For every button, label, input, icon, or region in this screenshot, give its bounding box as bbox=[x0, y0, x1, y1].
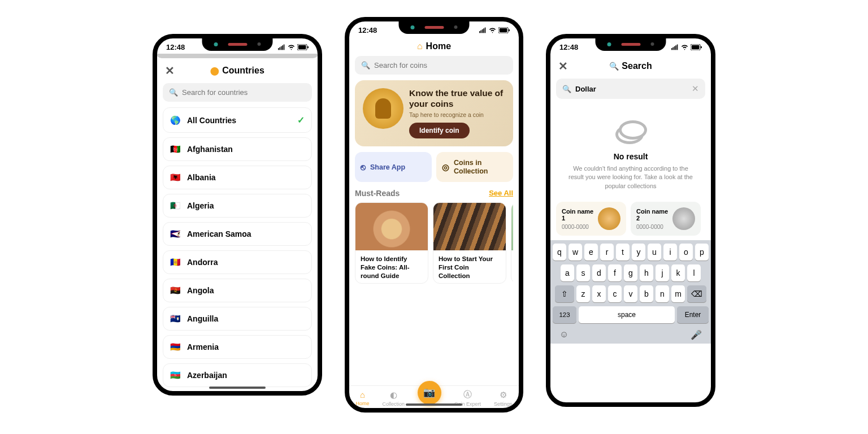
svg-rect-15 bbox=[509, 29, 510, 32]
country-search[interactable]: 🔍 bbox=[163, 83, 312, 102]
collection-card[interactable]: ◎Coins inCollection bbox=[436, 152, 513, 182]
search-field[interactable]: 🔍 ✕ bbox=[556, 79, 705, 99]
close-icon[interactable]: ✕ bbox=[165, 64, 175, 77]
key[interactable]: s bbox=[576, 264, 590, 281]
hero-card[interactable]: Know the true value of your coins Tap he… bbox=[355, 80, 513, 146]
search-input[interactable] bbox=[575, 85, 688, 93]
country-search-input[interactable] bbox=[182, 88, 306, 97]
country-name: Angola bbox=[187, 286, 214, 295]
camera-icon: 📷 bbox=[423, 387, 435, 398]
numeric-key[interactable]: 123 bbox=[553, 306, 576, 323]
svg-rect-19 bbox=[675, 45, 676, 50]
svg-rect-0 bbox=[278, 48, 279, 50]
pin-icon: ⬤ bbox=[210, 66, 219, 75]
country-item[interactable]: 🇦🇴Angola bbox=[163, 279, 312, 302]
enter-key[interactable]: Enter bbox=[677, 306, 709, 323]
shift-key[interactable]: ⇧ bbox=[555, 285, 574, 302]
article-card[interactable]: How to Start Your First Coin Collection bbox=[433, 202, 506, 284]
key[interactable]: a bbox=[561, 264, 574, 281]
svg-rect-1 bbox=[279, 47, 280, 50]
article-card[interactable]: How to Identify Fake Coins: All-round Gu… bbox=[355, 202, 428, 284]
nav-home[interactable]: ⌂Home bbox=[355, 390, 369, 406]
coin-card[interactable]: Coin name 20000-0000 bbox=[631, 202, 701, 236]
key[interactable]: j bbox=[656, 264, 669, 281]
svg-rect-18 bbox=[674, 46, 675, 50]
key[interactable]: v bbox=[624, 285, 637, 302]
coin-name: Coin name 1 bbox=[562, 208, 594, 222]
check-icon: ✓ bbox=[297, 115, 305, 125]
mic-icon[interactable]: 🎤 bbox=[691, 329, 702, 340]
status-time: 12:48 bbox=[166, 43, 185, 51]
key[interactable]: y bbox=[632, 244, 645, 261]
home-indicator[interactable] bbox=[406, 403, 462, 406]
coin-search[interactable]: 🔍 bbox=[355, 56, 513, 75]
articles-row[interactable]: How to Identify Fake Coins: All-round Gu… bbox=[355, 202, 513, 284]
key[interactable]: p bbox=[695, 244, 709, 261]
nav-settings[interactable]: ⚙Settings bbox=[494, 390, 513, 407]
share-icon: ⎋ bbox=[361, 162, 366, 172]
key[interactable]: f bbox=[608, 264, 622, 281]
home-indicator[interactable] bbox=[209, 387, 266, 389]
key[interactable]: k bbox=[671, 264, 685, 281]
country-item[interactable]: 🇦🇲Armenia bbox=[163, 335, 312, 359]
coin-thumb bbox=[598, 207, 620, 230]
space-key[interactable]: space bbox=[579, 306, 675, 323]
key[interactable]: h bbox=[640, 264, 653, 281]
key[interactable]: g bbox=[624, 264, 637, 281]
key[interactable]: c bbox=[608, 285, 622, 302]
country-item[interactable]: 🌎All Countries✓ bbox=[163, 107, 312, 133]
status-icons bbox=[671, 44, 702, 51]
home-header: ⌂Home bbox=[355, 37, 513, 56]
key[interactable]: d bbox=[592, 264, 606, 281]
flag-icon: 🇦🇴 bbox=[170, 287, 180, 294]
key[interactable]: z bbox=[576, 285, 590, 302]
collection-icon: ◐ bbox=[390, 390, 397, 400]
key[interactable]: t bbox=[616, 244, 630, 261]
emoji-icon[interactable]: ☺ bbox=[559, 329, 568, 340]
identify-coin-button[interactable]: Identify coin bbox=[409, 123, 470, 138]
coins-empty-icon bbox=[615, 121, 646, 144]
backspace-key[interactable]: ⌫ bbox=[687, 285, 706, 302]
country-item[interactable]: 🇦🇩Andorra bbox=[163, 250, 312, 274]
key[interactable]: m bbox=[671, 285, 685, 302]
see-all-link[interactable]: See All bbox=[489, 189, 513, 197]
key[interactable]: x bbox=[592, 285, 606, 302]
nav-collection[interactable]: ◐Collection bbox=[382, 390, 405, 407]
coin-card[interactable]: Coin name 10000-0000 bbox=[556, 202, 626, 236]
key[interactable]: i bbox=[663, 244, 677, 261]
key[interactable]: e bbox=[584, 244, 598, 261]
wifi-icon bbox=[489, 27, 496, 34]
key[interactable]: q bbox=[553, 244, 566, 261]
share-app-card[interactable]: ⎋Share App bbox=[355, 152, 432, 182]
country-item[interactable]: 🇦🇱Albania bbox=[163, 166, 312, 189]
coin-icon: ◎ bbox=[442, 162, 449, 172]
key[interactable]: l bbox=[687, 264, 701, 281]
keyboard: qwertyuiop asdfghjkl ⇧ zxcvbnm ⌫ 123 spa… bbox=[550, 240, 711, 344]
coin-search-input[interactable] bbox=[374, 61, 507, 70]
search-icon: 🔍 bbox=[361, 61, 370, 70]
must-reads-title: Must-Reads bbox=[355, 189, 400, 198]
nav-camera[interactable]: 📷 bbox=[418, 381, 441, 405]
country-item[interactable]: 🇦🇸American Samoa bbox=[163, 222, 312, 246]
country-item[interactable]: 🇦🇫Afghanistan bbox=[163, 137, 312, 161]
close-icon[interactable]: ✕ bbox=[558, 59, 568, 73]
flag-icon: 🇦🇲 bbox=[170, 344, 180, 351]
no-result-title: No result bbox=[562, 152, 700, 161]
country-list[interactable]: 🌎All Countries✓ 🇦🇫Afghanistan 🇦🇱Albania … bbox=[163, 107, 312, 387]
key[interactable]: w bbox=[568, 244, 582, 261]
article-card[interactable]: How to v... a c... bbox=[511, 202, 513, 284]
svg-rect-10 bbox=[482, 29, 483, 33]
svg-rect-6 bbox=[298, 45, 306, 49]
key[interactable]: o bbox=[679, 244, 693, 261]
country-name: Anguilla bbox=[187, 314, 218, 323]
country-item[interactable]: 🇦🇮Anguilla bbox=[163, 307, 312, 331]
svg-rect-17 bbox=[672, 47, 674, 50]
key[interactable]: u bbox=[648, 244, 661, 261]
popular-coins-row[interactable]: Coin name 10000-0000 Coin name 20000-000… bbox=[556, 202, 705, 236]
clear-icon[interactable]: ✕ bbox=[692, 84, 699, 94]
country-item[interactable]: 🇩🇿Algeria bbox=[163, 194, 312, 218]
key[interactable]: r bbox=[600, 244, 614, 261]
key[interactable]: n bbox=[656, 285, 669, 302]
key[interactable]: b bbox=[640, 285, 653, 302]
country-item[interactable]: 🇦🇿Azerbaijan bbox=[163, 363, 312, 387]
